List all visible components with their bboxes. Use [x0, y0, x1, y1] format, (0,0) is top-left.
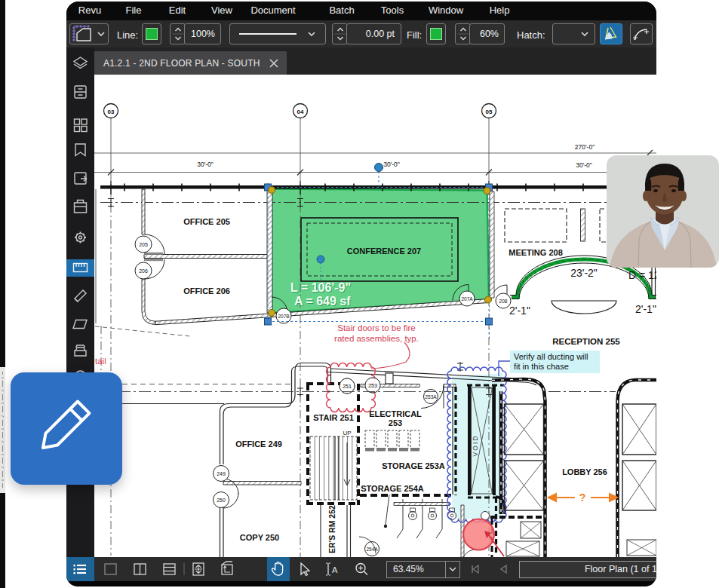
svg-text:253: 253 [368, 383, 377, 388]
svg-text:OFFICE 205: OFFICE 205 [183, 217, 230, 226]
svg-text:208: 208 [499, 299, 508, 304]
svg-text:VOID: VOID [472, 435, 479, 457]
svg-text:30'-0": 30'-0" [576, 161, 592, 169]
svg-text:OFFICE 206: OFFICE 206 [183, 286, 230, 296]
svg-text:249: 249 [217, 471, 226, 476]
svg-text:ER'S RM 252: ER'S RM 252 [327, 505, 336, 553]
svg-text:STORAGE 253A: STORAGE 253A [382, 461, 445, 470]
svg-text:253A: 253A [425, 394, 437, 400]
svg-text:D = 12: D = 12 [628, 269, 656, 281]
svg-text:A: A [332, 565, 338, 574]
svg-text:30'-0": 30'-0" [197, 161, 214, 168]
svg-text:A = 649 sf: A = 649 sf [294, 295, 351, 308]
svg-text:2'-1": 2'-1" [509, 305, 530, 317]
svg-text:LOBBY 256: LOBBY 256 [562, 467, 607, 476]
svg-text:251: 251 [343, 384, 352, 389]
svg-text:UP: UP [343, 430, 351, 436]
svg-text:2'-1": 2'-1" [635, 303, 656, 315]
svg-text:205: 205 [139, 242, 148, 247]
svg-text:Stair doors to be fire: Stair doors to be fire [337, 323, 416, 332]
svg-text:fit in this chase: fit in this chase [514, 362, 569, 371]
svg-text:23'-2": 23'-2" [570, 267, 598, 279]
svg-text:COPY 250: COPY 250 [240, 533, 279, 542]
svg-text:rated assemblies, typ.: rated assemblies, typ. [334, 334, 419, 343]
svg-text:STAIR 251: STAIR 251 [313, 413, 354, 422]
svg-text:254A: 254A [366, 547, 378, 552]
svg-text:30'-0": 30'-0" [383, 161, 400, 168]
svg-text:03: 03 [108, 109, 115, 115]
svg-text:207A: 207A [461, 296, 473, 302]
svg-text:05: 05 [486, 109, 493, 115]
svg-text:250: 250 [217, 498, 226, 503]
svg-text:253: 253 [389, 418, 402, 427]
svg-text:?: ? [579, 492, 586, 504]
svg-text:L = 106'-9": L = 106'-9" [290, 281, 351, 294]
svg-text:Verify all ducting will: Verify all ducting will [514, 352, 588, 361]
svg-text:04: 04 [297, 109, 304, 115]
svg-text:RECEPTION 255: RECEPTION 255 [552, 337, 620, 346]
svg-text:207B: 207B [278, 314, 289, 319]
svg-text:270'-0": 270'-0" [575, 143, 595, 151]
svg-text:MEETING 208: MEETING 208 [509, 248, 563, 257]
svg-text:ELECTRICAL: ELECTRICAL [369, 409, 422, 418]
svg-text:206: 206 [139, 268, 148, 274]
svg-text:CONFERENCE 207: CONFERENCE 207 [347, 247, 421, 256]
svg-text:OFFICE 249: OFFICE 249 [235, 439, 282, 449]
svg-text:tail: tail [95, 357, 106, 366]
svg-text:STORAGE 254A: STORAGE 254A [361, 484, 424, 493]
